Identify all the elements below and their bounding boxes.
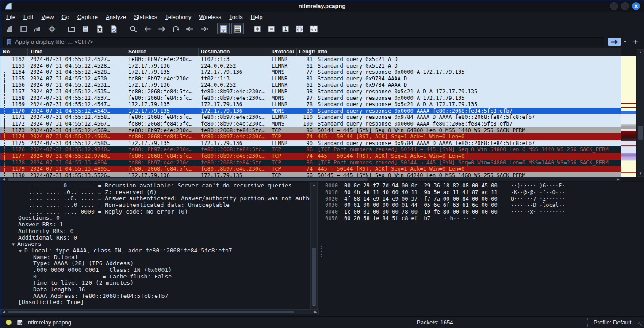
detail-line[interactable]: Time to live: 120 (2 minutes) bbox=[0, 280, 310, 286]
packet-row-1164[interactable]: 11642024-07-31 04:55:12.4528…172.17.79.1… bbox=[0, 69, 621, 76]
detail-line[interactable]: Name: D.local bbox=[0, 254, 310, 261]
detail-line[interactable]: .... .... .0.. .... = Z: reserved (0) bbox=[0, 189, 310, 196]
scroll-down-icon[interactable]: ▼ bbox=[637, 171, 644, 176]
hex-bytes[interactable]: 1c 00 01 00 00 00 78 00 10 fe 80 00 00 0… bbox=[344, 209, 498, 215]
menu-go[interactable]: Go bbox=[58, 13, 73, 21]
column-layout-icon[interactable] bbox=[307, 23, 320, 34]
detail-line[interactable]: .... .... 0... .... = Recursion availabl… bbox=[0, 183, 310, 189]
detail-line[interactable]: Questions: 0 bbox=[0, 215, 310, 221]
packet-row-1162[interactable]: 11622024-07-31 04:55:12.4527…fe80::8b97:… bbox=[0, 56, 621, 63]
detail-line[interactable]: .... .... ..0. .... = Answer authenticat… bbox=[0, 195, 310, 202]
go-back-icon[interactable] bbox=[141, 23, 153, 34]
scroll-thumb[interactable] bbox=[638, 126, 643, 140]
maximize-button[interactable] bbox=[621, 2, 629, 10]
hex-ascii[interactable]: O······7 ·z······ bbox=[511, 196, 565, 202]
packet-row-1177[interactable]: 11772024-07-31 04:55:12.9740…fe80::2068:… bbox=[0, 153, 621, 160]
detail-line[interactable]: .... .... .... 0000 = Reply code: No err… bbox=[0, 209, 310, 215]
apply-filter-button[interactable] bbox=[608, 38, 621, 46]
packet-row-1166[interactable]: 11662024-07-31 04:55:12.4531…172.17.79.1… bbox=[0, 82, 621, 88]
scroll-thumb[interactable] bbox=[312, 248, 316, 306]
zoom-normal-icon[interactable] bbox=[279, 23, 291, 34]
column-header-protocol[interactable]: Protocol bbox=[270, 48, 297, 56]
menu-telephony[interactable]: Telephony bbox=[161, 13, 195, 21]
hex-ascii[interactable]: · h··_·· · bbox=[444, 215, 475, 221]
auto-scroll-icon[interactable] bbox=[217, 23, 230, 34]
pane-splitter[interactable] bbox=[320, 182, 323, 315]
detail-line[interactable]: [Unsolicited: True] bbox=[0, 299, 310, 306]
stop-capture-icon[interactable] bbox=[17, 23, 30, 34]
menu-view[interactable]: View bbox=[37, 13, 58, 21]
go-forward-icon[interactable] bbox=[155, 23, 168, 34]
scroll-thumb[interactable] bbox=[8, 311, 294, 313]
save-file-icon[interactable] bbox=[79, 23, 92, 34]
close-file-icon[interactable] bbox=[93, 23, 106, 34]
resize-columns-icon[interactable] bbox=[293, 23, 306, 34]
packet-row-1179[interactable]: 11792024-07-31 04:55:13.4895…fe80::2068:… bbox=[0, 166, 621, 172]
detail-line[interactable]: Additional RRs: 0 bbox=[0, 235, 310, 241]
packet-row-1173[interactable]: 11732024-07-31 04:55:12.4569…fe80::8b97:… bbox=[0, 127, 621, 134]
packet-row-1163[interactable]: 11632024-07-31 04:55:12.4528…172.17.79.1… bbox=[0, 63, 621, 69]
chevron-down-icon[interactable] bbox=[623, 41, 627, 43]
detail-line[interactable]: Type: AAAA (28) (IP6 Address) bbox=[0, 260, 310, 267]
detail-line[interactable]: Answer RRs: 1 bbox=[0, 221, 310, 228]
menu-analyze[interactable]: Analyze bbox=[102, 13, 130, 21]
scroll-up-icon[interactable]: ▲ bbox=[637, 50, 644, 55]
menu-statistics[interactable]: Statistics bbox=[130, 13, 161, 21]
menu-help[interactable]: Help bbox=[247, 13, 267, 21]
packet-row-1165[interactable]: 11652024-07-31 04:55:12.4530…fe80::8b97:… bbox=[0, 76, 621, 82]
hex-row-0010[interactable]: 001000 4b a8 11 40 00 40 11 9b 5e ac 11 … bbox=[325, 189, 635, 196]
detail-line[interactable]: Data length: 16 bbox=[0, 286, 310, 293]
detail-line[interactable]: ▼Answers bbox=[0, 241, 310, 248]
reload-file-icon[interactable] bbox=[107, 23, 120, 34]
go-to-packet-icon[interactable] bbox=[169, 23, 182, 34]
scroll-down-icon[interactable]: ▼ bbox=[311, 303, 317, 309]
packet-row-1170[interactable]: 11702024-07-31 04:55:12.4549…172.17.79.1… bbox=[0, 108, 621, 114]
titlebar[interactable]: ntlmrelay.pcapng ✕ bbox=[0, 0, 644, 12]
zoom-out-icon[interactable] bbox=[265, 23, 277, 34]
expert-info-icon[interactable] bbox=[6, 320, 12, 325]
intelligent-scrollbar-minimap[interactable] bbox=[621, 56, 636, 177]
splitter-handle[interactable] bbox=[321, 246, 322, 257]
scroll-right-icon[interactable]: ▶ bbox=[313, 310, 318, 314]
go-first-icon[interactable] bbox=[184, 23, 196, 34]
column-header-destination[interactable]: Destination bbox=[199, 48, 270, 56]
detail-line[interactable]: Authority RRs: 0 bbox=[0, 228, 310, 235]
open-file-icon[interactable] bbox=[65, 23, 77, 34]
hex-ascii[interactable]: ··)·}··· )6····E· bbox=[511, 183, 565, 189]
packet-row-1174[interactable]: 11742024-07-31 04:55:12.4569…fe80::2068:… bbox=[0, 133, 621, 140]
packet-row-1178[interactable]: 11782024-07-31 04:55:13.4894…fe80::8b97:… bbox=[0, 160, 621, 166]
hex-bytes[interactable]: 00 01 00 00 00 00 01 44 05 6c 6f 63 61 6… bbox=[344, 202, 498, 208]
capture-comment-icon[interactable] bbox=[16, 319, 23, 326]
column-header-source[interactable]: Source bbox=[126, 48, 199, 56]
column-header-info[interactable]: Info bbox=[315, 48, 621, 56]
scroll-left-icon[interactable]: ◀ bbox=[1, 310, 7, 314]
zoom-in-icon[interactable] bbox=[251, 23, 263, 34]
hex-bytes[interactable]: 00 0c 29 f7 7d 94 00 0c 29 36 18 82 08 0… bbox=[344, 183, 498, 189]
details-hscrollbar[interactable]: ◀ ▶ bbox=[0, 309, 319, 314]
hex-bytes[interactable]: 00 4b a8 11 40 00 40 11 9b 5e ac 11 4f 8… bbox=[344, 189, 498, 195]
bookmark-icon[interactable] bbox=[6, 38, 12, 46]
expander-icon[interactable]: ▼ bbox=[12, 242, 15, 247]
packet-list-header[interactable]: No.TimeSourceDestinationProtocolLengthIn… bbox=[0, 48, 621, 56]
packet-row-1172[interactable]: 11722024-07-31 04:55:12.4567…fe80::2068:… bbox=[0, 121, 621, 127]
add-filter-button[interactable]: + bbox=[630, 38, 641, 46]
go-last-icon[interactable] bbox=[198, 23, 210, 34]
packet-row-1167[interactable]: 11672024-07-31 04:55:12.4535…fe80::2068:… bbox=[0, 88, 621, 95]
menu-tools[interactable]: Tools bbox=[225, 13, 246, 21]
column-header-no[interactable]: No. bbox=[0, 48, 28, 56]
column-header-length[interactable]: Length bbox=[297, 48, 315, 56]
hex-row-0050[interactable]: 005000 20 68 fe 84 5f c8 ef b7· h··_·· · bbox=[325, 215, 635, 222]
detail-line[interactable]: 0... .... .... .... = Cache flush: False bbox=[0, 274, 310, 280]
details-vscrollbar[interactable]: ▲ ▼ bbox=[310, 182, 318, 309]
packet-row-1168[interactable]: 11682024-07-31 04:55:12.4537…fe80::2068:… bbox=[0, 95, 621, 102]
packet-list-vscrollbar[interactable]: ▲ ▼ bbox=[637, 49, 644, 177]
hex-row-0000[interactable]: 000000 0c 29 f7 7d 94 00 0c 29 36 18 82 … bbox=[325, 183, 635, 189]
column-header-time[interactable]: Time bbox=[28, 48, 126, 56]
packet-row-1171[interactable]: 11712024-07-31 04:55:12.4558…fe80::2068:… bbox=[0, 114, 621, 121]
detail-line[interactable]: .000 0000 0000 0001 = Class: IN (0x0001) bbox=[0, 267, 310, 274]
detail-line[interactable]: ▼D.local: type AAAA, class IN, addr fe80… bbox=[0, 248, 310, 254]
display-filter-input[interactable]: Apply a display filter ... <Ctrl-/> bbox=[3, 37, 604, 46]
packet-row-1175[interactable]: 11752024-07-31 04:55:12.4580…172.17.79.1… bbox=[0, 140, 621, 147]
restart-capture-icon[interactable] bbox=[31, 23, 44, 34]
close-button[interactable]: ✕ bbox=[632, 2, 640, 10]
